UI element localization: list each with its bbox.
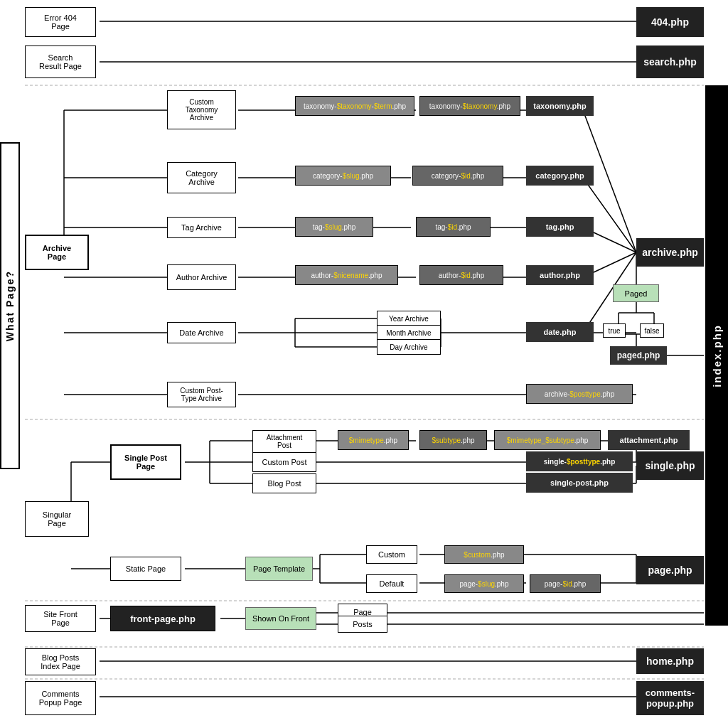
posts-option-box: Posts [338, 616, 387, 633]
category-id-file: category-$id.php [412, 166, 503, 186]
archive-page-label: Archive Page [43, 244, 71, 261]
paged-php-file: paged.php [610, 346, 667, 365]
singular-page-box: Singular Page [25, 501, 89, 537]
static-page-box: Static Page [110, 557, 181, 581]
svg-line-18 [583, 178, 636, 252]
page-php-file: page.php [636, 556, 704, 584]
attachment-fallback-file: attachment.php [608, 430, 690, 450]
error-404-box: Error 404 Page [25, 7, 96, 37]
custom-taxonomy-archive-box: Custom Taxonomy Archive [167, 90, 236, 129]
page-template-box: Page Template [245, 557, 313, 581]
page-slug-file: page-$slug.php [444, 574, 524, 593]
error-404-file: 404.php [636, 7, 704, 37]
custom-template-label: Custom [366, 545, 417, 564]
mimetype-file: $mimetype.php [338, 430, 409, 450]
category-slug-file: category-$slug.php [295, 166, 391, 186]
tag-slug-file: tag-$slug.php [295, 217, 373, 237]
search-result-box: Search Result Page [25, 45, 96, 78]
single-php-file: single.php [636, 451, 704, 480]
tag-id-file: tag-$id.php [416, 217, 491, 237]
custom-post-type-archive-box: Custom Post- Type Archive [167, 382, 236, 407]
blog-posts-index-box: Blog Posts Index Page [25, 648, 96, 675]
author-id-file: author-$id.php [419, 265, 503, 285]
attachment-post-box: Attachment Post [252, 430, 316, 453]
archive-php-file: archive.php [636, 238, 704, 267]
comments-popup-box: Comments Popup Page [25, 681, 96, 715]
author-nicename-file: author-$nicename.php [295, 265, 398, 285]
subtype-file: $subtype.php [419, 430, 487, 450]
taxonomy-file: taxonomy-$taxonomy.php [419, 96, 520, 116]
search-php-file: search.php [636, 45, 704, 78]
page-id-file: page-$id.php [530, 574, 601, 593]
author-archive-box: Author Archive [167, 264, 236, 290]
single-post-file: single-post.php [526, 473, 633, 493]
blog-post-box: Blog Post [252, 473, 316, 493]
taxonomy-term-file: taxonomy-$taxonomy-$term.php [295, 96, 414, 116]
index-php-sidebar: index.php [705, 85, 728, 626]
archive-page-box: Archive Page [25, 235, 89, 270]
error-404-label: Error 404 Page [44, 14, 77, 31]
date-archive-box: Date Archive [167, 322, 236, 343]
category-fallback-file: category.php [526, 166, 594, 186]
day-archive-box: Day Archive [377, 339, 441, 355]
index-php-label: index.php [711, 324, 723, 387]
custom-post-type-archive-file: archive-$posttype.php [526, 384, 633, 404]
default-template-label: Default [366, 574, 417, 593]
what-page-label: What Page? [4, 270, 16, 341]
paged-box: Paged [613, 284, 659, 302]
search-result-label: Search Result Page [39, 53, 82, 70]
home-php-file: home.php [636, 648, 704, 674]
comments-popup-php-file: comments- popup.php [636, 681, 704, 715]
paged-false-box: false [640, 323, 664, 338]
tag-fallback-file: tag.php [526, 217, 594, 237]
category-archive-box: Category Archive [167, 162, 236, 193]
tag-archive-box: Tag Archive [167, 217, 236, 238]
single-posttype-file: single-$posttype.php [526, 451, 633, 471]
custom-template-file: $custom.php [444, 545, 524, 564]
month-archive-box: Month Archive [377, 325, 441, 341]
custom-post-box: Custom Post [252, 452, 316, 472]
what-page-sidebar: What Page? [0, 142, 20, 469]
mimetype-subtype-file: $mimetype_$subtype.php [494, 430, 601, 450]
front-page-php-file: front-page.php [110, 606, 215, 631]
author-fallback-file: author.php [526, 265, 594, 285]
date-fallback-file: date.php [526, 322, 594, 342]
site-front-page-box: Site Front Page [25, 605, 96, 632]
single-post-page-box: Single Post Page [110, 444, 181, 480]
paged-true-box: true [603, 323, 626, 338]
shown-on-front-box: Shown On Front [245, 607, 316, 630]
diagram-container: What Page? index.php Error 404 Page 404.… [0, 0, 728, 723]
year-archive-box: Year Archive [377, 311, 441, 326]
taxonomy-fallback-file: taxonomy.php [526, 96, 594, 116]
